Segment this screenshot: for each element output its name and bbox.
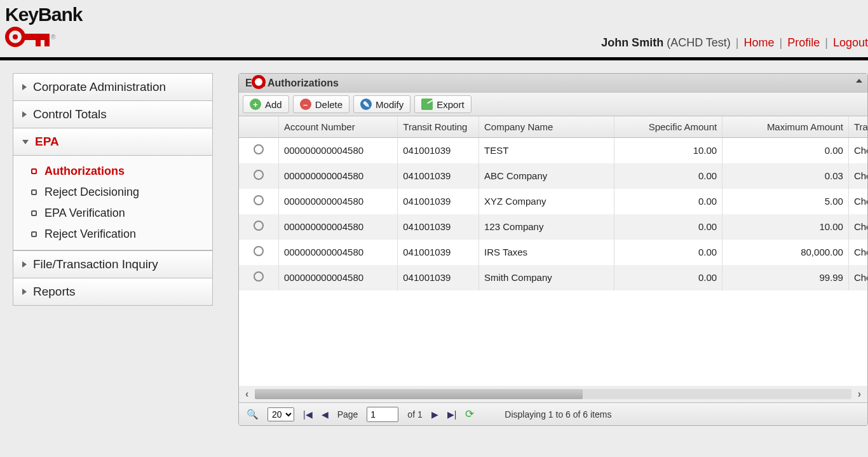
modify-button[interactable]: ✎ Modify [353,95,410,113]
magnifier-icon[interactable]: 🔍 [247,409,259,420]
table-row[interactable]: 000000000004580041001039123 Company0.001… [239,214,867,240]
cell-specific: 0.00 [614,265,722,290]
cell-maximum: 80,000.00 [722,240,849,265]
user-bar: John Smith (ACHD Test) | Home | Profile … [601,36,868,50]
cell-transit: 041001039 [398,240,479,265]
scroll-track[interactable] [255,389,851,399]
sidebar-item-corporate-admin[interactable]: Corporate Administration [13,73,213,101]
cell-transit: 041001039 [398,189,479,214]
row-radio[interactable] [254,246,264,256]
last-page-button[interactable]: ▶| [447,409,457,419]
chevron-right-icon [22,111,27,118]
sidebar-sub-label: Authorizations [44,165,125,178]
sidebar-sub-reject-decisioning[interactable]: Reject Decisioning [13,182,212,203]
cell-maximum: 10.00 [722,214,849,240]
chevron-down-icon [22,140,29,144]
refresh-icon[interactable]: ⟳ [465,407,474,421]
panel-title-bar: EPA Authorizations [239,74,867,93]
export-button[interactable]: Export [414,95,471,113]
col-maximum-amount[interactable]: Maximum Amount [722,116,849,138]
chevron-right-icon [22,289,27,295]
table-header-row: Account Number Transit Routing Company N… [239,116,867,138]
table-row[interactable]: 000000000004580041001039IRS Taxes0.0080,… [239,240,867,265]
chevron-right-icon [22,261,27,268]
pencil-icon: ✎ [360,99,372,110]
col-transaction-type[interactable]: Transaction Type Code [848,116,867,138]
cell-maximum: 0.00 [722,138,849,163]
col-specific-amount[interactable]: Specific Amount [614,116,722,138]
col-company[interactable]: Company Name [479,116,614,138]
button-label: Export [437,99,464,110]
add-button[interactable]: + Add [243,95,289,113]
nav-profile[interactable]: Profile [787,36,820,50]
button-label: Modify [376,99,403,110]
export-icon [421,99,433,110]
cell-account: 000000000004580 [278,189,397,214]
col-select[interactable] [239,116,278,138]
page-total: of 1 [407,409,422,419]
next-page-button[interactable]: ▶ [431,409,438,419]
pager-bar: 🔍 20 |◀ ◀ Page of 1 ▶ ▶| ⟳ Displaying 1 … [239,402,867,425]
table-row[interactable]: 000000000004580041001039Smith Company0.0… [239,265,867,290]
cell-company: Smith Company [479,265,614,290]
cell-ttc: Checking Debit [848,163,867,189]
sidebar-sub-reject-verification[interactable]: Reject Verification [13,224,212,245]
scroll-right-icon[interactable]: › [858,388,861,400]
row-radio[interactable] [254,221,264,231]
cell-transit: 041001039 [398,138,479,163]
bullet-icon [31,189,37,195]
authorizations-panel: EPA Authorizations + Add – Delete ✎ Modi… [238,73,868,426]
nav-home[interactable]: Home [744,36,775,50]
sidebar-submenu-epa: Authorizations Reject Decisioning EPA Ve… [13,156,213,250]
page-size-select[interactable]: 20 [268,407,294,421]
sidebar-label: Corporate Administration [33,80,166,94]
row-radio[interactable] [254,170,264,180]
plus-icon: + [250,99,261,110]
header: KeyBank ® John Smith (ACHD Test) | Home … [0,0,868,60]
sidebar-label: Control Totals [33,107,107,121]
cell-maximum: 99.99 [722,265,849,290]
sidebar: Corporate Administration Control Totals … [13,73,213,426]
sidebar-item-control-totals[interactable]: Control Totals [13,100,213,128]
cell-transit: 041001039 [398,163,479,189]
cell-ttc: Checking Debit [848,189,867,214]
row-radio[interactable] [254,144,264,154]
sidebar-label: Reports [33,285,76,299]
scroll-left-icon[interactable]: ‹ [245,388,248,400]
page-number-input[interactable] [367,407,398,422]
sidebar-item-file-inquiry[interactable]: File/Transaction Inquiry [13,250,213,278]
cell-company: ABC Company [479,163,614,189]
sidebar-sub-authorizations[interactable]: Authorizations [13,161,212,182]
cell-company: 123 Company [479,214,614,240]
sidebar-item-epa[interactable]: EPA [13,128,213,156]
col-account[interactable]: Account Number [278,116,397,138]
cell-specific: 0.00 [614,240,722,265]
prev-page-button[interactable]: ◀ [322,409,329,419]
cell-ttc: Checking Debit [848,138,867,163]
sidebar-sub-epa-verification[interactable]: EPA Verification [13,203,212,224]
cell-account: 000000000004580 [278,240,397,265]
horizontal-scrollbar[interactable]: ‹ › [239,386,867,402]
col-transit[interactable]: Transit Routing [398,116,479,138]
button-label: Delete [315,99,342,110]
button-label: Add [265,99,282,110]
table-row[interactable]: 000000000004580041001039TEST10.000.00Che… [239,138,867,163]
sidebar-item-reports[interactable]: Reports [13,278,213,306]
bullet-icon [31,231,37,237]
collapse-icon[interactable] [856,79,862,83]
panel-toolbar: + Add – Delete ✎ Modify Export [239,93,867,116]
first-page-button[interactable]: |◀ [303,409,313,419]
cell-ttc: Checking Debit [848,214,867,240]
data-grid: Account Number Transit Routing Company N… [239,116,867,386]
table-row[interactable]: 000000000004580041001039ABC Company0.000… [239,163,867,189]
key-icon: ® [5,27,82,47]
cell-company: TEST [479,138,614,163]
row-radio[interactable] [254,271,264,282]
delete-button[interactable]: – Delete [293,95,349,113]
row-radio[interactable] [254,195,264,205]
nav-logout[interactable]: Logout [833,36,868,50]
table-row[interactable]: 000000000004580041001039XYZ Company0.005… [239,189,867,214]
sidebar-sub-label: Reject Verification [44,228,136,241]
scroll-thumb[interactable] [255,389,583,399]
cell-ttc: Checking Debit [848,265,867,290]
